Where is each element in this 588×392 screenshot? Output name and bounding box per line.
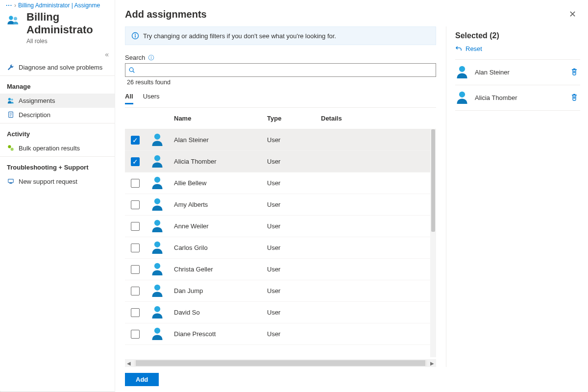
row-checkbox[interactable] [131, 308, 140, 317]
page-header: Billing Administrato All roles [0, 9, 115, 49]
svg-point-6 [9, 16, 13, 20]
table-row[interactable]: ✓Alicia ThomberUser [125, 151, 436, 172]
row-type: User [267, 222, 321, 230]
col-details[interactable]: Details [321, 115, 430, 122]
info-text: Try changing or adding filters if you do… [143, 32, 336, 40]
selected-panel: Selected (2) Reset Alan SteinerAlicia Th… [446, 26, 588, 367]
row-type: User [267, 136, 321, 144]
search-input[interactable] [135, 64, 433, 76]
assignments-icon [7, 97, 15, 104]
info-icon [148, 54, 154, 61]
selected-item: Alicia Thomber [455, 85, 580, 111]
nav-item-bulk[interactable]: Bulk operation results [0, 141, 115, 155]
row-checkbox[interactable]: ✓ [131, 157, 140, 166]
page-subtitle: All roles [26, 38, 115, 45]
table-row[interactable]: Dan JumpUser [125, 280, 436, 302]
row-checkbox[interactable] [131, 287, 140, 295]
nav-diagnose[interactable]: Diagnose and solve problems [0, 60, 115, 74]
row-name: Diane Prescott [174, 330, 267, 338]
row-name: Christa Geller [174, 266, 267, 273]
col-type[interactable]: Type [267, 115, 321, 122]
row-name: Allie Bellew [174, 179, 267, 187]
breadcrumb-link[interactable]: Billing Administrator | Assignme [18, 2, 100, 9]
collapse-nav-button[interactable]: « [0, 49, 115, 60]
table-row[interactable]: Carlos GriloUser [125, 237, 436, 259]
avatar-icon [150, 197, 174, 212]
reset-button[interactable]: Reset [455, 45, 580, 52]
avatar-icon [150, 132, 174, 147]
remove-button[interactable] [568, 91, 580, 104]
undo-icon [455, 45, 463, 52]
horizontal-scrollbar[interactable]: ◀▶ [125, 359, 436, 367]
svg-point-7 [14, 17, 17, 20]
tab-users[interactable]: Users [143, 91, 160, 104]
row-name: David So [174, 309, 267, 316]
page-title: Billing Administrato [26, 11, 115, 37]
row-type: User [267, 266, 321, 273]
add-assignments-panel: Add assignments ✕ Try changing or adding… [115, 0, 588, 392]
bulk-icon [7, 145, 15, 151]
table-row[interactable]: Diane PrescottUser [125, 323, 436, 345]
selected-item: Alan Steiner [455, 59, 580, 85]
row-checkbox[interactable] [131, 265, 140, 274]
nav-item-description[interactable]: Description [0, 108, 115, 122]
selected-name: Alicia Thomber [475, 94, 563, 101]
search-label: Search [125, 54, 145, 61]
reset-label: Reset [466, 45, 482, 52]
table-row[interactable]: ✓Alan SteinerUser [125, 129, 436, 151]
nav-group-troubleshooting-support: Troubleshooting + Support [0, 158, 115, 174]
remove-button[interactable] [568, 66, 580, 79]
nav-item-label: Assignments [19, 97, 55, 104]
row-name: Amy Alberts [174, 201, 267, 208]
tab-all[interactable]: All [125, 91, 133, 104]
row-name: Carlos Grilo [174, 244, 267, 251]
nav-item-assignments[interactable]: Assignments [0, 94, 115, 108]
row-checkbox[interactable] [131, 200, 140, 209]
nav-group-manage: Manage [0, 77, 115, 94]
results-table: Name Type Details ✓Alan SteinerUser✓Alic… [125, 107, 436, 367]
avatar-icon [150, 219, 174, 234]
row-checkbox[interactable] [131, 330, 140, 339]
row-type: User [267, 330, 321, 338]
table-row[interactable]: Anne WeilerUser [125, 216, 436, 237]
vertical-scrollbar[interactable] [430, 129, 436, 357]
trash-icon [570, 68, 578, 75]
row-name: Dan Jump [174, 287, 267, 294]
row-checkbox[interactable]: ✓ [131, 136, 140, 145]
row-type: User [267, 158, 321, 165]
selected-name: Alan Steiner [475, 69, 563, 76]
row-checkbox[interactable] [131, 179, 140, 188]
row-type: User [267, 309, 321, 316]
nav-item-label: Description [19, 111, 50, 119]
avatar-icon [150, 305, 174, 320]
row-name: Alicia Thomber [174, 158, 267, 165]
search-box[interactable] [125, 63, 436, 77]
role-icon [7, 11, 22, 28]
table-row[interactable]: Amy AlbertsUser [125, 194, 436, 216]
avatar-icon [455, 65, 469, 80]
breadcrumb: ··· › Billing Administrator | Assignme [0, 0, 115, 9]
nav-item-support[interactable]: New support request [0, 174, 115, 189]
search-icon [128, 67, 135, 74]
breadcrumb-overflow[interactable]: ··· [6, 2, 12, 9]
row-type: User [267, 287, 321, 294]
table-row[interactable]: Allie BellewUser [125, 172, 436, 194]
row-checkbox[interactable] [131, 244, 140, 252]
results-count: 26 results found [127, 79, 436, 86]
row-type: User [267, 244, 321, 251]
nav-group-activity: Activity [0, 124, 115, 141]
row-type: User [267, 201, 321, 208]
svg-point-15 [11, 148, 14, 151]
nav-diagnose-label: Diagnose and solve problems [19, 64, 102, 71]
table-row[interactable]: David SoUser [125, 302, 436, 323]
col-name[interactable]: Name [174, 115, 267, 122]
avatar-icon [150, 154, 174, 169]
table-row[interactable]: Christa GellerUser [125, 259, 436, 280]
row-checkbox[interactable] [131, 222, 140, 231]
close-button[interactable]: ✕ [567, 7, 578, 22]
add-button[interactable]: Add [125, 373, 159, 386]
wrench-icon [7, 64, 15, 71]
avatar-icon [150, 283, 174, 298]
flyout-title: Add assignments [125, 9, 207, 20]
avatar-icon [150, 175, 174, 191]
